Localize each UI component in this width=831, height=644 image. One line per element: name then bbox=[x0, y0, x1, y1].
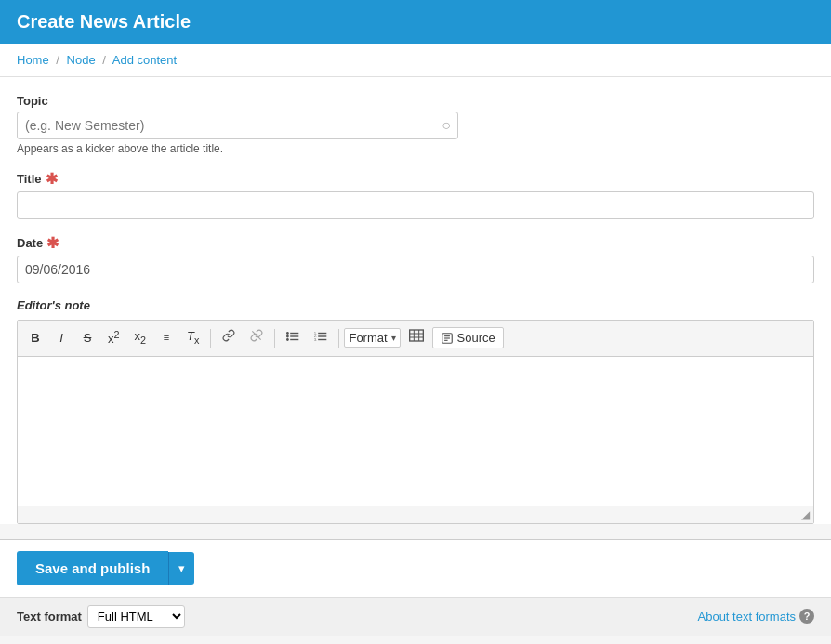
unordered-list-button[interactable] bbox=[280, 326, 306, 350]
about-text-formats-link[interactable]: About text formats ? bbox=[698, 609, 815, 624]
breadcrumb: Home / Node / Add content bbox=[0, 44, 831, 77]
help-icon: ? bbox=[799, 609, 814, 624]
format-dropdown[interactable]: Format ▾ bbox=[344, 328, 400, 348]
svg-point-1 bbox=[286, 332, 289, 335]
topic-hint: Appears as a kicker above the article ti… bbox=[17, 142, 814, 155]
svg-rect-6 bbox=[291, 338, 299, 339]
svg-point-3 bbox=[286, 335, 289, 337]
title-required-star: ✱ bbox=[46, 170, 58, 188]
text-format-select[interactable]: Full HTML Basic HTML Plain text bbox=[87, 605, 185, 628]
svg-rect-12 bbox=[319, 338, 327, 339]
format-dropdown-arrow: ▾ bbox=[391, 333, 396, 343]
format-label: Format bbox=[349, 331, 387, 345]
svg-rect-10 bbox=[319, 335, 327, 336]
ordered-list-button[interactable]: 1. 2. 3. bbox=[308, 326, 334, 350]
blockquote-button[interactable]: ≡ bbox=[154, 327, 178, 348]
text-format-left: Text format Full HTML Basic HTML Plain t… bbox=[17, 605, 185, 628]
toolbar-separator-1 bbox=[210, 329, 211, 348]
page-title: Create News Article bbox=[17, 11, 814, 33]
save-publish-button[interactable]: Save and publish bbox=[17, 551, 168, 585]
save-dropdown-arrow: ▾ bbox=[178, 561, 185, 575]
svg-text:3.: 3. bbox=[314, 338, 317, 342]
svg-point-5 bbox=[286, 338, 289, 341]
editor-container: B I S x2 x2 ≡ Tx bbox=[17, 320, 814, 524]
date-label: Date ✱ bbox=[17, 234, 814, 252]
svg-line-0 bbox=[253, 331, 261, 339]
breadcrumb-home[interactable]: Home bbox=[17, 53, 49, 67]
source-button[interactable]: Source bbox=[432, 327, 504, 348]
removeformat-button[interactable]: Tx bbox=[180, 324, 205, 351]
strikethrough-button[interactable]: S bbox=[75, 326, 99, 350]
date-field-group: Date ✱ bbox=[17, 234, 814, 283]
topic-clear-icon[interactable]: ○ bbox=[442, 117, 451, 134]
toolbar-separator-3 bbox=[338, 329, 339, 348]
table-button[interactable] bbox=[402, 325, 430, 350]
editors-note-field-group: Editor's note B I S x2 x2 ≡ Tx bbox=[17, 298, 814, 524]
breadcrumb-add-content[interactable]: Add content bbox=[112, 53, 177, 67]
editor-resize-handle: ◢ bbox=[18, 506, 813, 523]
breadcrumb-node[interactable]: Node bbox=[67, 53, 96, 67]
save-dropdown-button[interactable]: ▾ bbox=[168, 552, 194, 585]
topic-label: Topic bbox=[17, 94, 814, 108]
link-button[interactable] bbox=[216, 325, 242, 350]
subscript-button[interactable]: x2 bbox=[128, 324, 153, 351]
svg-rect-13 bbox=[409, 330, 423, 341]
title-field-group: Title ✱ bbox=[17, 170, 814, 219]
title-label: Title ✱ bbox=[17, 170, 814, 188]
topic-field-group: Topic ○ Appears as a kicker above the ar… bbox=[17, 94, 814, 155]
title-input[interactable] bbox=[17, 191, 814, 219]
topic-input[interactable] bbox=[17, 112, 458, 139]
date-input[interactable] bbox=[17, 256, 814, 283]
page-header: Create News Article bbox=[0, 0, 831, 44]
italic-button[interactable]: I bbox=[49, 326, 73, 350]
editor-toolbar: B I S x2 x2 ≡ Tx bbox=[18, 321, 813, 357]
source-label: Source bbox=[457, 331, 495, 345]
toolbar-separator-2 bbox=[274, 329, 275, 348]
svg-rect-4 bbox=[291, 335, 299, 336]
date-required-star: ✱ bbox=[46, 234, 59, 252]
text-format-label: Text format bbox=[17, 610, 82, 624]
resize-icon[interactable]: ◢ bbox=[798, 506, 813, 523]
bold-button[interactable]: B bbox=[23, 326, 47, 350]
unlink-button[interactable] bbox=[244, 325, 270, 350]
topic-wrapper: ○ bbox=[17, 112, 458, 139]
form-content: Topic ○ Appears as a kicker above the ar… bbox=[0, 77, 831, 524]
editor-body[interactable] bbox=[18, 357, 813, 506]
editors-note-label: Editor's note bbox=[17, 298, 814, 312]
bottom-bar: Save and publish ▾ bbox=[0, 539, 831, 597]
superscript-button[interactable]: x2 bbox=[101, 324, 126, 352]
svg-rect-8 bbox=[319, 332, 327, 333]
text-format-bar: Text format Full HTML Basic HTML Plain t… bbox=[0, 597, 831, 636]
svg-rect-2 bbox=[291, 332, 299, 333]
